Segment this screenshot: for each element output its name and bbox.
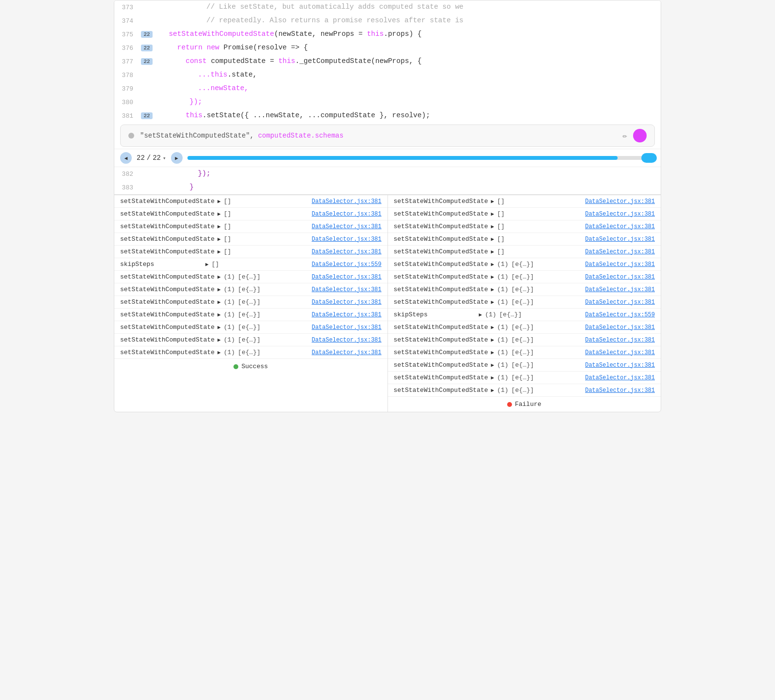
log-expand-icon[interactable]: ▶ xyxy=(491,261,495,267)
line-number-380: 380 xyxy=(114,99,141,106)
right-status-row: Failure xyxy=(388,397,661,412)
log-row-l-5: setStateWithComputedState ▶ [] DataSelec… xyxy=(114,246,388,258)
log-count: (1) xyxy=(497,286,508,293)
log-link[interactable]: DataSelector.jsx:381 xyxy=(311,349,381,356)
log-value: [] xyxy=(212,261,219,268)
log-link[interactable]: DataSelector.jsx:381 xyxy=(311,249,381,255)
log-link[interactable]: DataSelector.jsx:559 xyxy=(311,261,381,268)
log-row-l-4: setStateWithComputedState ▶ [] DataSelec… xyxy=(114,233,388,246)
log-expand-icon[interactable]: ▶ xyxy=(217,211,221,217)
log-expand-icon[interactable]: ▶ xyxy=(491,236,495,242)
log-expand-icon[interactable]: ▶ xyxy=(217,274,221,280)
log-link[interactable]: DataSelector.jsx:381 xyxy=(585,374,655,381)
log-link[interactable]: DataSelector.jsx:381 xyxy=(585,236,655,243)
log-link[interactable]: DataSelector.jsx:381 xyxy=(585,274,655,280)
log-expand-icon[interactable]: ▶ xyxy=(217,349,221,356)
log-expand-icon[interactable]: ▶ xyxy=(217,286,221,293)
log-link[interactable]: DataSelector.jsx:381 xyxy=(311,236,381,243)
log-link[interactable]: DataSelector.jsx:381 xyxy=(311,324,381,331)
log-count: (1) xyxy=(497,361,508,369)
log-expand-icon[interactable]: ▶ xyxy=(479,311,482,318)
log-link[interactable]: DataSelector.jsx:381 xyxy=(585,261,655,268)
log-expand-icon[interactable]: ▶ xyxy=(491,362,495,368)
log-link[interactable]: DataSelector.jsx:381 xyxy=(585,337,655,343)
log-link[interactable]: DataSelector.jsx:381 xyxy=(311,337,381,343)
failure-label: Failure xyxy=(515,401,542,408)
edit-icon[interactable]: ✏ xyxy=(622,131,627,140)
log-name: setStateWithComputedState xyxy=(394,198,488,205)
log-name: setStateWithComputedState xyxy=(120,198,215,205)
log-expand-icon[interactable]: ▶ xyxy=(217,249,221,255)
prev-button[interactable]: ◀ xyxy=(120,152,132,164)
log-expand-icon[interactable]: ▶ xyxy=(491,387,495,393)
log-link[interactable]: DataSelector.jsx:381 xyxy=(311,286,381,293)
log-expand-icon[interactable]: ▶ xyxy=(491,299,495,305)
log-link[interactable]: DataSelector.jsx:381 xyxy=(585,286,655,293)
log-expand-icon[interactable]: ▶ xyxy=(217,299,221,305)
log-row-r-12: setStateWithComputedState ▶ (1) [e{…}] D… xyxy=(388,334,661,346)
code-content-379: ...newState, xyxy=(160,83,248,94)
log-link[interactable]: DataSelector.jsx:381 xyxy=(585,324,655,331)
line-number-382: 382 xyxy=(114,171,141,178)
log-expand-icon[interactable]: ▶ xyxy=(491,211,495,217)
log-expand-icon[interactable]: ▶ xyxy=(217,198,221,204)
log-expand-icon[interactable]: ▶ xyxy=(205,261,209,267)
log-expand-icon[interactable]: ▶ xyxy=(217,311,221,318)
nav-chevron-icon[interactable]: ▾ xyxy=(163,155,166,161)
log-link[interactable]: DataSelector.jsx:381 xyxy=(585,349,655,356)
log-row-l-13: setStateWithComputedState ▶ (1) [e{…}] D… xyxy=(114,346,388,359)
log-obj: [e{…}] xyxy=(512,261,534,268)
failure-dot xyxy=(507,402,512,407)
line-number-375: 375 xyxy=(114,31,141,38)
log-link[interactable]: DataSelector.jsx:381 xyxy=(585,387,655,394)
log-link[interactable]: DataSelector.jsx:381 xyxy=(311,274,381,280)
log-expand-icon[interactable]: ▶ xyxy=(217,324,221,330)
log-link[interactable]: DataSelector.jsx:381 xyxy=(585,299,655,306)
line-number-383: 383 xyxy=(114,184,141,191)
progress-fill xyxy=(187,156,618,160)
log-expand-icon[interactable]: ▶ xyxy=(217,337,221,343)
log-name: setStateWithComputedState xyxy=(120,298,215,306)
log-expand-icon[interactable]: ▶ xyxy=(491,374,495,381)
log-link[interactable]: DataSelector.jsx:559 xyxy=(585,311,655,318)
log-expand-icon[interactable]: ▶ xyxy=(491,337,495,343)
log-row-r-13: setStateWithComputedState ▶ (1) [e{…}] D… xyxy=(388,346,661,359)
log-row-r-4: setStateWithComputedState ▶ [] DataSelec… xyxy=(388,233,661,246)
breakpoint-string: "setStateWithComputedState", xyxy=(140,132,254,140)
log-link[interactable]: DataSelector.jsx:381 xyxy=(311,311,381,318)
log-count: (1) xyxy=(224,298,235,306)
log-link[interactable]: DataSelector.jsx:381 xyxy=(585,223,655,230)
code-content-378: ...this.state, xyxy=(160,70,257,80)
next-button[interactable]: ▶ xyxy=(171,152,183,164)
log-link[interactable]: DataSelector.jsx:381 xyxy=(311,198,381,205)
log-expand-icon[interactable]: ▶ xyxy=(491,198,495,204)
log-expand-icon[interactable]: ▶ xyxy=(491,274,495,280)
line-number-376: 376 xyxy=(114,45,141,52)
nav-total: 22 xyxy=(153,154,161,162)
log-link[interactable]: DataSelector.jsx:381 xyxy=(585,211,655,218)
log-value: [] xyxy=(497,198,505,205)
log-expand-icon[interactable]: ▶ xyxy=(217,223,221,230)
line-number-374: 374 xyxy=(114,17,141,25)
log-name: setStateWithComputedState xyxy=(394,298,488,306)
log-expand-icon[interactable]: ▶ xyxy=(491,249,495,255)
log-expand-icon[interactable]: ▶ xyxy=(491,223,495,230)
log-expand-icon[interactable]: ▶ xyxy=(217,236,221,242)
log-link[interactable]: DataSelector.jsx:381 xyxy=(311,223,381,230)
log-count: (1) xyxy=(224,311,235,318)
log-name: setStateWithComputedState xyxy=(120,286,215,293)
log-link[interactable]: DataSelector.jsx:381 xyxy=(585,249,655,255)
log-panel-right: setStateWithComputedState ▶ [] DataSelec… xyxy=(388,195,661,412)
log-link[interactable]: DataSelector.jsx:381 xyxy=(311,299,381,306)
log-expand-icon[interactable]: ▶ xyxy=(491,286,495,293)
log-row-l-2: setStateWithComputedState ▶ [] DataSelec… xyxy=(114,208,388,220)
code-content-373: // Like setState, but automatically adds… xyxy=(160,2,464,13)
log-link[interactable]: DataSelector.jsx:381 xyxy=(311,211,381,218)
log-expand-icon[interactable]: ▶ xyxy=(491,324,495,330)
log-count: (1) xyxy=(224,273,235,280)
progress-thumb[interactable] xyxy=(641,153,657,163)
code-line-374: 374 // repeatedly. Also returns a promis… xyxy=(114,14,661,28)
log-expand-icon[interactable]: ▶ xyxy=(491,349,495,356)
log-link[interactable]: DataSelector.jsx:381 xyxy=(585,198,655,205)
log-link[interactable]: DataSelector.jsx:381 xyxy=(585,362,655,369)
